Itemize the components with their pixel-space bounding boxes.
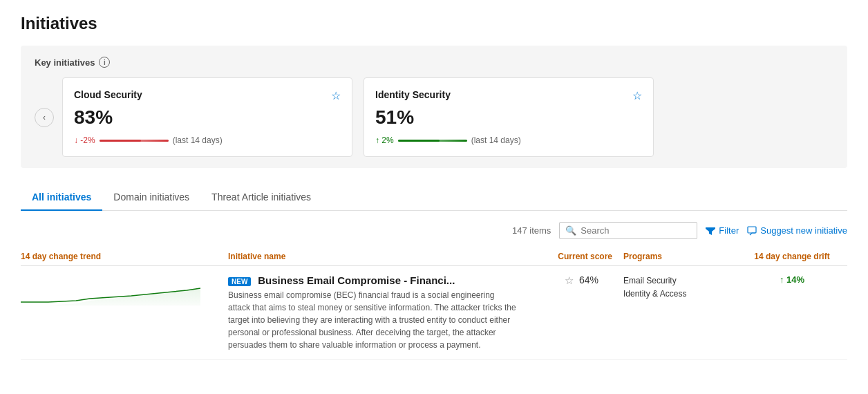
score-value: 64% — [579, 274, 598, 285]
card-trend: ↑ 2% (last 14 days) — [375, 135, 642, 145]
card-header: Cloud Security ☆ — [74, 89, 341, 102]
toolbar-right: 147 items 🔍 Filter Suggest new initiativ… — [512, 222, 847, 239]
row-star-button[interactable]: ☆ — [565, 274, 574, 287]
trend-arrow-down: ↓ -2% — [74, 135, 95, 145]
col-header-trend: 14 day change trend — [21, 252, 228, 261]
carousel-prev-button[interactable]: ‹ — [35, 108, 54, 127]
page-title: Initiatives — [21, 14, 847, 33]
suggest-button[interactable]: Suggest new initiative — [747, 225, 847, 236]
initiative-card: Identity Security ☆ 51% ↑ 2% (last 14 da… — [364, 77, 654, 157]
initiative-card: Cloud Security ☆ 83% ↓ -2% (last 14 days… — [62, 77, 352, 157]
new-badge: NEW — [228, 277, 251, 286]
initiative-name-cell: NEW Business Email Compromise - Financi.… — [228, 274, 522, 351]
tabs-container: All initiatives Domain initiatives Threa… — [21, 185, 847, 211]
tab-domain-initiatives[interactable]: Domain initiatives — [102, 185, 200, 211]
key-initiatives-label: Key initiatives i — [35, 57, 833, 68]
card-score: 83% — [74, 106, 341, 129]
col-header-score: Current score — [522, 252, 612, 261]
card-title: Identity Security — [375, 89, 451, 100]
card-star-button[interactable]: ☆ — [632, 89, 642, 102]
search-box: 🔍 — [559, 222, 697, 239]
search-icon: 🔍 — [565, 225, 576, 236]
tab-all-initiatives[interactable]: All initiatives — [21, 185, 102, 211]
cards-container: Cloud Security ☆ 83% ↓ -2% (last 14 days… — [62, 77, 833, 157]
program-item: Email Security — [623, 274, 737, 288]
card-score: 51% — [375, 106, 642, 129]
key-initiatives-section: Key initiatives i ‹ Cloud Security ☆ 83%… — [21, 46, 847, 168]
programs-cell: Email Security Identity & Access — [612, 274, 737, 301]
table-row: NEW Business Email Compromise - Financi.… — [21, 266, 847, 360]
trend-label: (last 14 days) — [471, 135, 521, 145]
card-header: Identity Security ☆ — [375, 89, 642, 102]
col-header-programs: Programs — [612, 252, 737, 261]
items-count: 147 items — [512, 225, 551, 236]
search-input[interactable] — [581, 225, 691, 236]
trend-bar-red — [100, 140, 169, 142]
program-item: Identity & Access — [623, 288, 737, 301]
score-cell: ☆ 64% — [522, 274, 612, 287]
initiatives-table: 14 day change trend Initiative name Curr… — [21, 247, 847, 360]
initiative-name-link[interactable]: Business Email Compromise - Financi... — [258, 274, 455, 286]
sparkline-svg — [21, 274, 200, 309]
filter-icon — [706, 226, 715, 236]
card-star-button[interactable]: ☆ — [331, 89, 341, 102]
card-title: Cloud Security — [74, 89, 142, 100]
initiative-name-header: NEW Business Email Compromise - Financi.… — [228, 274, 522, 286]
card-trend: ↓ -2% (last 14 days) — [74, 135, 341, 145]
suggest-icon — [747, 226, 757, 236]
svg-rect-0 — [748, 227, 756, 233]
trend-arrow-up: ↑ 2% — [375, 135, 394, 145]
table-header: 14 day change trend Initiative name Curr… — [21, 247, 847, 266]
col-header-name: Initiative name — [228, 252, 522, 261]
tab-threat-article-initiatives[interactable]: Threat Article initiatives — [200, 185, 322, 211]
info-icon[interactable]: i — [99, 57, 110, 68]
cards-carousel: ‹ Cloud Security ☆ 83% ↓ -2% (last 14 da… — [35, 77, 833, 157]
drift-cell: ↑ 14% — [737, 274, 847, 285]
initiative-description: Business email compromise (BEC) financia… — [228, 289, 518, 351]
trend-label: (last 14 days) — [173, 135, 223, 145]
trend-bar-green — [398, 140, 467, 142]
section-label-text: Key initiatives — [35, 57, 95, 68]
filter-label: Filter — [719, 225, 739, 236]
suggest-label: Suggest new initiative — [760, 225, 847, 236]
col-header-drift: 14 day change drift — [737, 252, 847, 261]
filter-button[interactable]: Filter — [706, 225, 739, 236]
row-trend-chart — [21, 274, 228, 311]
toolbar: 147 items 🔍 Filter Suggest new initiativ… — [21, 222, 847, 239]
